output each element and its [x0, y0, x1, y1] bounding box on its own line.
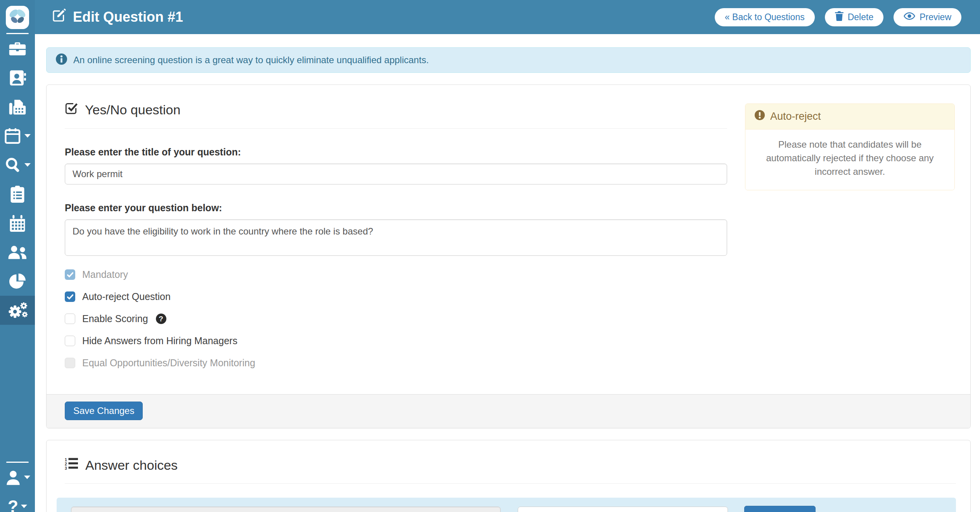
header-actions: « Back to Questions Delete — [715, 8, 961, 26]
page-title: Edit Question #1 — [73, 9, 183, 25]
trash-icon — [835, 11, 843, 23]
sidebar-footer: ? — [0, 462, 35, 512]
answer-choices-panel: 1 2 3 Answer choices — [46, 440, 971, 512]
correctness-select[interactable]: Incorrect — [518, 507, 728, 512]
question-panel-body: Yes/No question Please enter the title o… — [47, 85, 970, 379]
auto-reject-column: Auto-reject Please note that candidates … — [745, 95, 955, 379]
address-book-icon — [9, 69, 26, 86]
delete-button[interactable]: Delete — [825, 8, 883, 26]
question-panel: Yes/No question Please enter the title o… — [46, 84, 971, 428]
equal-opportunities-label: Equal Opportunities/Diversity Monitoring — [82, 357, 255, 369]
page-title-wrap: Edit Question #1 — [52, 9, 183, 26]
back-to-questions-button[interactable]: « Back to Questions — [715, 8, 815, 26]
calendar-outline-icon — [5, 127, 22, 145]
question-options: Mandatory Auto-reject Question — [65, 269, 727, 369]
answer-entry-row: Incorrect Save Answer Reset Answer — [57, 498, 956, 512]
auto-reject-checkbox[interactable] — [65, 291, 75, 302]
enable-scoring-option-row: Enable Scoring ? — [65, 313, 727, 324]
check-square-icon — [65, 102, 78, 118]
sidebar-item-fax[interactable] — [0, 92, 35, 121]
svg-text:3: 3 — [65, 466, 67, 470]
search-icon — [5, 156, 22, 174]
back-button-label: « Back to Questions — [725, 12, 805, 22]
auto-reject-panel-header: Auto-reject — [745, 104, 954, 129]
edit-pencil-square-icon — [52, 9, 66, 26]
equal-opportunities-checkbox — [65, 358, 75, 368]
sidebar-item-user-menu[interactable] — [0, 463, 35, 492]
mandatory-option-row: Mandatory — [65, 269, 727, 280]
sidebar-item-people[interactable] — [0, 238, 35, 267]
user-icon — [5, 469, 21, 486]
question-body-textarea[interactable]: Do you have the eligibility to work in t… — [65, 219, 727, 256]
correctness-select-wrap: Incorrect — [518, 507, 728, 512]
chevron-down-icon — [24, 476, 30, 479]
chevron-down-icon — [24, 134, 31, 138]
answer-choice-input — [71, 507, 501, 512]
auto-reject-panel-body: Please note that candidates will be auto… — [745, 129, 954, 190]
sidebar-item-jobs[interactable] — [0, 34, 35, 63]
question-type-heading: Yes/No question — [65, 95, 727, 118]
question-type-heading-label: Yes/No question — [85, 102, 180, 117]
question-form-column: Yes/No question Please enter the title o… — [65, 95, 727, 379]
auto-reject-panel-title: Auto-reject — [770, 110, 821, 122]
page-header: Edit Question #1 « Back to Questions Del… — [35, 0, 980, 34]
save-changes-button[interactable]: Save Changes — [65, 402, 143, 420]
answer-choices-body: 1 2 3 Answer choices — [47, 440, 970, 512]
enable-scoring-label[interactable]: Enable Scoring — [82, 313, 148, 324]
sidebar-item-search-menu[interactable] — [0, 150, 35, 179]
preview-button[interactable]: Preview — [894, 8, 961, 26]
app-logo[interactable] — [6, 6, 29, 29]
sidebar-item-calendar-menu[interactable] — [0, 121, 35, 150]
exclamation-circle-icon — [754, 110, 765, 123]
question-title-label: Please enter the title of your question: — [65, 147, 727, 158]
sidebar-item-candidates[interactable] — [0, 63, 35, 92]
answer-choices-heading-label: Answer choices — [85, 458, 178, 473]
list-ol-icon: 1 2 3 — [65, 457, 78, 473]
heading-divider — [65, 128, 727, 129]
sidebar: ? — [0, 0, 35, 512]
app-root: ? Edit Question #1 « Back to Questio — [0, 0, 980, 512]
fax-icon — [9, 98, 26, 116]
mandatory-checkbox — [65, 269, 75, 280]
save-answer-button[interactable]: Save Answer — [744, 506, 816, 512]
hide-answers-option-row: Hide Answers from Hiring Managers — [65, 335, 727, 347]
auto-reject-label[interactable]: Auto-reject Question — [82, 291, 171, 302]
sidebar-item-tasks[interactable] — [0, 179, 35, 209]
butterfly-logo-icon — [9, 8, 26, 27]
page-content: An online screening question is a great … — [35, 34, 980, 512]
chevron-down-icon — [24, 163, 31, 167]
question-icon: ? — [8, 498, 18, 512]
svg-text:2: 2 — [65, 462, 67, 466]
equal-opportunities-option-row: Equal Opportunities/Diversity Monitoring — [65, 357, 727, 369]
sidebar-nav — [0, 34, 35, 325]
mandatory-label: Mandatory — [82, 269, 128, 280]
users-icon — [7, 244, 28, 260]
sidebar-item-calendar[interactable] — [0, 209, 35, 238]
info-alert-text: An online screening question is a great … — [73, 55, 429, 66]
auto-reject-option-row: Auto-reject Question — [65, 291, 727, 302]
sidebar-item-settings[interactable] — [0, 296, 35, 325]
question-body-label: Please enter your question below: — [65, 202, 727, 214]
info-alert: An online screening question is a great … — [46, 47, 971, 73]
briefcase-icon — [9, 41, 26, 57]
gears-icon — [7, 301, 28, 319]
enable-scoring-checkbox[interactable] — [65, 314, 75, 324]
chevron-down-icon — [21, 505, 27, 508]
svg-text:1: 1 — [65, 458, 67, 462]
answer-choices-heading: 1 2 3 Answer choices — [65, 450, 956, 473]
sidebar-item-reports[interactable] — [0, 267, 35, 296]
auto-reject-panel: Auto-reject Please note that candidates … — [745, 103, 955, 190]
hide-answers-label[interactable]: Hide Answers from Hiring Managers — [82, 335, 237, 347]
delete-button-label: Delete — [848, 12, 873, 22]
eye-icon — [904, 12, 915, 22]
info-circle-icon — [55, 53, 67, 67]
question-title-input[interactable] — [65, 164, 727, 184]
calendar-grid-icon — [9, 214, 26, 232]
hide-answers-checkbox[interactable] — [65, 336, 75, 346]
question-panel-footer: Save Changes — [47, 394, 970, 428]
question-circle-icon[interactable]: ? — [156, 314, 166, 324]
sidebar-item-help-menu[interactable]: ? — [0, 492, 35, 512]
preview-button-label: Preview — [920, 12, 951, 22]
clipboard-icon — [9, 185, 26, 203]
pie-chart-icon — [9, 272, 26, 290]
